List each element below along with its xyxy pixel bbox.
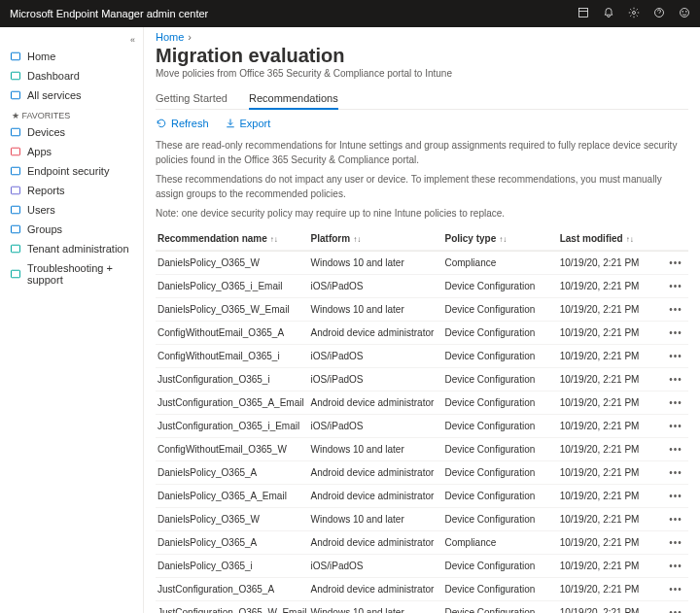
cell-modified: 10/19/20, 2:21 PM xyxy=(560,374,665,385)
directory-icon[interactable] xyxy=(578,7,589,20)
table-row[interactable]: ConfigWithoutEmail_O365_WWindows 10 and … xyxy=(156,438,688,461)
header-actions xyxy=(578,7,690,20)
breadcrumb-home[interactable]: Home xyxy=(156,31,184,43)
row-more-icon[interactable]: ••• xyxy=(665,467,686,478)
row-more-icon[interactable]: ••• xyxy=(665,397,686,408)
page-title: Migration evaluation xyxy=(156,45,688,67)
col-platform[interactable]: Platform↑↓ xyxy=(311,233,445,244)
table-row[interactable]: ConfigWithoutEmail_O365_AAndroid device … xyxy=(156,322,688,345)
feedback-icon[interactable] xyxy=(679,7,690,20)
col-modified[interactable]: Last modified↑↓ xyxy=(560,233,665,244)
col-name[interactable]: Recommendation name↑↓ xyxy=(158,233,311,244)
refresh-button[interactable]: Refresh xyxy=(156,118,209,129)
settings-icon[interactable] xyxy=(628,7,640,20)
table-row[interactable]: DanielsPolicy_O365_iiOS/iPadOSDevice Con… xyxy=(156,555,688,578)
table-row[interactable]: DanielsPolicy_O365_A_EmailAndroid device… xyxy=(156,485,688,508)
sidebar-item-home[interactable]: Home xyxy=(0,47,143,66)
cell-modified: 10/19/20, 2:21 PM xyxy=(560,561,665,571)
sidebar-item-reports[interactable]: Reports xyxy=(0,181,143,200)
notifications-icon[interactable] xyxy=(603,7,614,20)
sidebar-item-troubleshoot[interactable]: Troubleshooting + support xyxy=(0,258,143,289)
sidebar-item-groups[interactable]: Groups xyxy=(0,220,143,239)
tab-recommendations[interactable]: Recommendations xyxy=(249,88,338,110)
table-row[interactable]: DanielsPolicy_O365_AAndroid device admin… xyxy=(156,461,688,485)
svg-rect-11 xyxy=(12,167,20,175)
row-more-icon[interactable]: ••• xyxy=(665,537,686,548)
devices-icon xyxy=(10,126,21,138)
table-row[interactable]: DanielsPolicy_O365_W_EmailWindows 10 and… xyxy=(156,298,688,322)
cell-platform: Android device administrator xyxy=(311,584,445,595)
cell-modified: 10/19/20, 2:21 PM xyxy=(560,537,665,548)
sidebar-item-label: Apps xyxy=(27,146,52,157)
sidebar-item-devices[interactable]: Devices xyxy=(0,122,143,142)
row-more-icon[interactable]: ••• xyxy=(665,444,686,455)
svg-rect-8 xyxy=(12,91,20,99)
svg-point-3 xyxy=(681,9,689,17)
table-row[interactable]: JustConfiguration_O365_iiOS/iPadOSDevice… xyxy=(156,368,688,392)
sidebar-item-tenant[interactable]: Tenant administration xyxy=(0,239,143,258)
groups-icon xyxy=(10,223,21,235)
help-icon[interactable] xyxy=(653,7,665,20)
cell-name: DanielsPolicy_O365_i xyxy=(158,561,311,571)
table-row[interactable]: ConfigWithoutEmail_O365_iiOS/iPadOSDevic… xyxy=(156,345,688,368)
sidebar-item-dashboard[interactable]: Dashboard xyxy=(0,66,143,85)
svg-rect-15 xyxy=(12,245,20,253)
cell-platform: iOS/iPadOS xyxy=(311,561,445,571)
table-row[interactable]: JustConfiguration_O365_A_EmailAndroid de… xyxy=(156,392,688,415)
cell-modified: 10/19/20, 2:21 PM xyxy=(560,584,665,595)
table-row[interactable]: JustConfiguration_O365_i_EmailiOS/iPadOS… xyxy=(156,415,688,438)
col-type[interactable]: Policy type↑↓ xyxy=(444,233,559,244)
table-row[interactable]: DanielsPolicy_O365_WWindows 10 and later… xyxy=(156,508,688,531)
cell-type: Device Configuration xyxy=(444,327,559,338)
row-more-icon[interactable]: ••• xyxy=(665,257,686,268)
export-button[interactable]: Export xyxy=(225,118,271,129)
svg-rect-9 xyxy=(12,128,20,136)
row-more-icon[interactable]: ••• xyxy=(665,491,686,501)
table-row[interactable]: DanielsPolicy_O365_i_EmailiOS/iPadOSDevi… xyxy=(156,275,688,298)
cell-type: Device Configuration xyxy=(444,397,559,408)
row-more-icon[interactable]: ••• xyxy=(665,421,686,431)
row-more-icon[interactable]: ••• xyxy=(665,374,686,385)
row-more-icon[interactable]: ••• xyxy=(665,561,686,571)
row-more-icon[interactable]: ••• xyxy=(665,351,686,361)
table-row[interactable]: DanielsPolicy_O365_AAndroid device admin… xyxy=(156,531,688,555)
cell-modified: 10/19/20, 2:21 PM xyxy=(560,607,665,614)
cell-platform: Windows 10 and later xyxy=(311,444,445,455)
cell-name: ConfigWithoutEmail_O365_A xyxy=(158,327,311,338)
sidebar-item-users[interactable]: Users xyxy=(0,200,143,220)
sidebar: « HomeDashboardAll services ★ FAVORITES … xyxy=(0,27,144,613)
sidebar-item-label: Dashboard xyxy=(27,70,80,82)
cell-name: ConfigWithoutEmail_O365_W xyxy=(158,444,311,455)
cell-platform: Android device administrator xyxy=(311,467,445,478)
row-more-icon[interactable]: ••• xyxy=(665,304,686,315)
row-more-icon[interactable]: ••• xyxy=(665,327,686,338)
row-more-icon[interactable]: ••• xyxy=(665,281,686,291)
svg-point-5 xyxy=(686,12,687,13)
cell-modified: 10/19/20, 2:21 PM xyxy=(560,467,665,478)
row-more-icon[interactable]: ••• xyxy=(665,584,686,595)
svg-rect-7 xyxy=(12,72,20,80)
row-more-icon[interactable]: ••• xyxy=(665,607,686,614)
page-subtitle: Move policies from Office 365 Security &… xyxy=(156,68,688,79)
svg-point-4 xyxy=(682,12,683,13)
table-row[interactable]: JustConfiguration_O365_AAndroid device a… xyxy=(156,578,688,601)
cell-name: JustConfiguration_O365_W_Email xyxy=(158,607,311,614)
table-row[interactable]: JustConfiguration_O365_W_EmailWindows 10… xyxy=(156,601,688,614)
row-more-icon[interactable]: ••• xyxy=(665,514,686,525)
export-icon xyxy=(225,118,236,129)
cell-name: DanielsPolicy_O365_A xyxy=(158,537,311,548)
sidebar-item-apps[interactable]: Apps xyxy=(0,142,143,161)
sidebar-item-label: Home xyxy=(27,51,55,62)
action-bar: Refresh Export xyxy=(156,118,688,129)
all-services-icon xyxy=(10,89,21,101)
sidebar-item-all-services[interactable]: All services xyxy=(0,85,143,105)
tab-getting-started[interactable]: Getting Started xyxy=(156,88,228,109)
sidebar-item-endpoint-security[interactable]: Endpoint security xyxy=(0,161,143,181)
main-content: Home› Migration evaluation Move policies… xyxy=(144,27,700,613)
app-header: Microsoft Endpoint Manager admin center xyxy=(0,0,700,27)
collapse-sidebar[interactable]: « xyxy=(0,33,143,47)
svg-rect-0 xyxy=(579,9,588,17)
svg-point-1 xyxy=(633,12,636,15)
cell-modified: 10/19/20, 2:21 PM xyxy=(560,491,665,501)
table-row[interactable]: DanielsPolicy_O365_WWindows 10 and later… xyxy=(156,252,688,275)
